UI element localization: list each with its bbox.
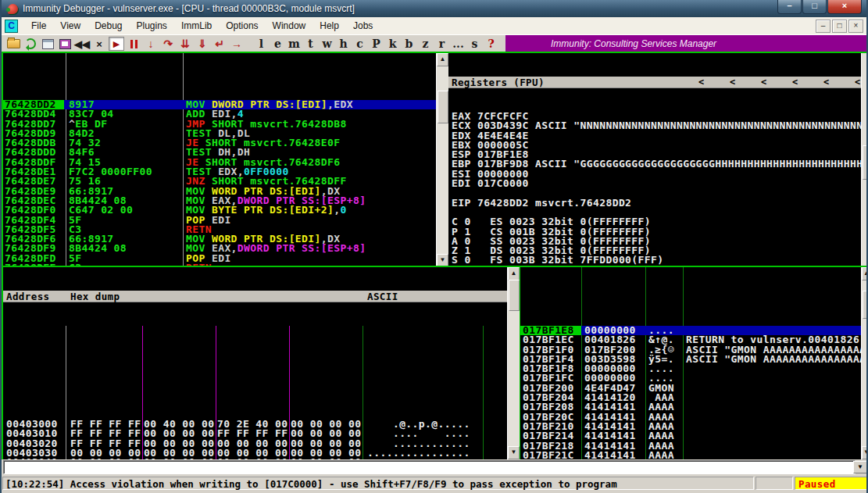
attach-window-icon[interactable] (40, 37, 55, 51)
toolbar-letter-r[interactable]: r (434, 38, 450, 50)
disasm-scrollbar[interactable]: ▲ ▼ (436, 53, 448, 267)
cpu-window: 76428DD28917MOV DWORD PTR DS:[EDI],EDX76… (2, 52, 868, 459)
window-title: Immunity Debugger - vulnserver.exe - [CP… (23, 3, 355, 14)
registers-title: Registers (FPU) (452, 77, 545, 88)
toolbar-letter-l[interactable]: l (253, 38, 270, 50)
toolbar-letter-s[interactable]: s (466, 38, 483, 50)
scroll-thumb[interactable] (509, 280, 520, 311)
scroll-up-icon[interactable]: ▲ (508, 267, 520, 280)
command-dropdown-icon[interactable]: ▼ (853, 461, 867, 473)
menu-item-window[interactable]: Window (266, 18, 313, 34)
toolbar-letter-h[interactable]: h (335, 38, 352, 50)
stack-scrollbar[interactable]: ▲ ▼ (861, 267, 868, 459)
status-bar: [10:22:54] Access violation when writing… (2, 475, 868, 493)
registers-scrollbar[interactable] (861, 53, 868, 267)
close-button[interactable]: × (827, 0, 862, 14)
hex-dump-pane[interactable]: Address Hex dump ASCII 00403000FF FF FF … (3, 267, 507, 459)
dump-header: Address Hex dump ASCII (3, 291, 507, 302)
status-state-badge: Paused (795, 477, 867, 491)
execute-till-return-icon[interactable]: ↵ (212, 37, 227, 51)
menu-item-jobs[interactable]: Jobs (346, 18, 380, 34)
dump-header-ascii: ASCII (367, 291, 398, 302)
animate-into-icon[interactable]: ⇊ (177, 37, 193, 51)
status-gap (755, 477, 793, 490)
app-bug-icon (8, 4, 18, 14)
close-program-icon[interactable]: × (91, 37, 107, 51)
scroll-down-icon[interactable]: ▼ (862, 446, 868, 459)
toolbar-letter-c[interactable]: c (352, 38, 368, 50)
menu-item-immlib[interactable]: ImmLib (174, 18, 219, 34)
toolbar-letter-P[interactable]: P (368, 38, 384, 50)
mdi-restore-button[interactable]: □ (832, 20, 847, 33)
minimize-button[interactable]: – (777, 0, 802, 14)
mdi-close-button[interactable]: × (848, 20, 863, 33)
command-bar: ▼ (2, 459, 868, 475)
cpu-window-icon: C (5, 20, 18, 33)
patch-window-icon[interactable] (57, 37, 73, 51)
banner-text: Immunity: Consulting Services Manager (505, 38, 716, 49)
toolbar-letter-t[interactable]: t (302, 38, 319, 50)
scroll-down-icon[interactable]: ▼ (508, 446, 520, 459)
registers-collapse-icon[interactable]: < (761, 77, 767, 88)
scroll-thumb[interactable] (863, 145, 868, 180)
menu-item-debug[interactable]: Debug (88, 18, 129, 34)
toolbar: ◀◀×▶↓↷⇊⇓↵→ lemtwhcPkbzr...s? Immunity: C… (2, 34, 866, 52)
banner: Immunity: Consulting Services Manager (505, 35, 866, 52)
open-file-icon[interactable] (5, 37, 21, 51)
step-over-icon[interactable]: ↷ (160, 37, 176, 51)
scroll-up-icon[interactable]: ▲ (437, 53, 448, 66)
restore-button[interactable]: □ (802, 0, 827, 14)
registers-pane[interactable]: Registers (FPU) <<<<<< EAX 7CFCFCFCECX 0… (448, 53, 861, 267)
scroll-thumb[interactable] (863, 291, 868, 319)
scroll-thumb[interactable] (438, 91, 448, 123)
registers-collapse-icon[interactable]: < (823, 77, 830, 88)
registers-header: Registers (FPU) <<<<<< (448, 77, 861, 88)
immunity-debugger-window: Immunity Debugger - vulnserver.exe - [CP… (0, 0, 868, 493)
toolbar-letter-more[interactable]: ... (450, 38, 466, 50)
toolbar-letter-z[interactable]: z (417, 38, 434, 50)
status-message: [10:22:54] Access violation when writing… (3, 477, 753, 491)
toolbar-letter-e[interactable]: e (270, 38, 286, 50)
register-line[interactable]: EDI 017C0000 (452, 179, 861, 188)
scroll-up-icon[interactable]: ▲ (862, 267, 868, 280)
execute-till-user-icon[interactable]: → (229, 37, 245, 51)
dump-header-hex: Hex dump (70, 291, 120, 302)
stack-pane[interactable]: 017BF1E800000000....017BF1EC00401826&↑@.… (520, 267, 862, 459)
menu-item-view[interactable]: View (53, 18, 88, 34)
toolbar-letter-k[interactable]: k (384, 38, 401, 50)
run-icon[interactable]: ▶ (109, 37, 124, 51)
rewind-icon[interactable]: ◀◀ (74, 37, 90, 51)
pause-icon[interactable] (126, 37, 141, 51)
toolbar-letter-w[interactable]: w (319, 38, 335, 50)
restart-icon[interactable] (23, 37, 38, 51)
title-bar[interactable]: Immunity Debugger - vulnserver.exe - [CP… (2, 0, 866, 17)
registers-collapse-icon[interactable]: < (792, 77, 798, 88)
menu-bar: C FileViewDebugPluginsImmLibOptionsWindo… (2, 17, 866, 35)
animate-over-icon[interactable]: ⇓ (195, 37, 210, 51)
register-line[interactable]: EIP 76428DD2 msvcrt.76428DD2 (452, 198, 861, 208)
menu-item-plugins[interactable]: Plugins (130, 18, 174, 34)
toolbar-letter-m[interactable]: m (286, 38, 302, 50)
mdi-minimize-button[interactable]: – (816, 20, 830, 33)
menu-item-options[interactable]: Options (219, 18, 265, 34)
registers-collapse-icon[interactable]: < (698, 77, 705, 88)
registers-collapse-icon[interactable]: < (855, 77, 861, 88)
dump-scrollbar[interactable]: ▲ ▼ (507, 267, 520, 459)
toolbar-letter-help[interactable]: ? (483, 38, 499, 50)
disassembly-pane[interactable]: 76428DD28917MOV DWORD PTR DS:[EDI],EDX76… (3, 53, 436, 266)
step-into-icon[interactable]: ↓ (143, 37, 159, 51)
menu-item-help[interactable]: Help (313, 18, 346, 34)
menu-item-file[interactable]: File (24, 18, 53, 34)
dump-header-address: Address (6, 291, 49, 302)
registers-collapse-icon[interactable]: < (730, 77, 736, 88)
command-input[interactable] (3, 460, 855, 474)
toolbar-letter-b[interactable]: b (401, 38, 417, 50)
